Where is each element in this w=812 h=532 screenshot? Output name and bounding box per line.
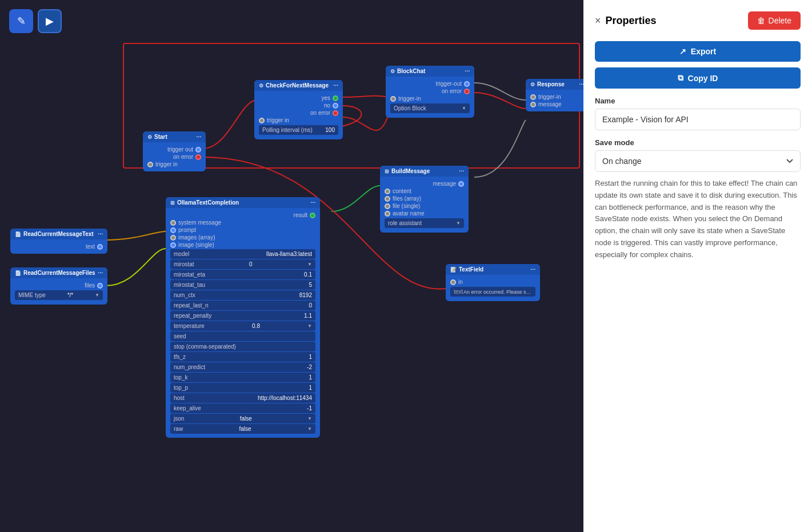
- response-node[interactable]: ⚙ Response ⋯ trigger-in message: [526, 79, 583, 111]
- ollama-field-keep-alive[interactable]: keep_alive -1: [170, 403, 315, 413]
- response-port-message: message: [530, 101, 583, 108]
- check-dot-trigger-in: [259, 118, 265, 123]
- name-input[interactable]: [595, 109, 801, 130]
- ollama-field-num-predict[interactable]: num_predict -2: [170, 362, 315, 372]
- build-msg-body: message content files (array) file (sing…: [380, 177, 469, 233]
- read-files-title: ReadCurrentMessageFiles: [23, 270, 95, 276]
- ollama-field-top-p[interactable]: top_p 1: [170, 383, 315, 393]
- close-button[interactable]: ×: [595, 15, 601, 27]
- text-field-value[interactable]: text An error occurred. Please spam the …: [450, 287, 535, 297]
- check-node[interactable]: ⚙ CheckForNextMessage ⋯ yes no on error …: [254, 80, 343, 139]
- ollama-field-host[interactable]: host http://localhost:11434: [170, 393, 315, 403]
- start-menu-icon[interactable]: ⋯: [196, 134, 201, 140]
- read-files-menu-icon[interactable]: ⋯: [98, 270, 103, 276]
- read-files-node[interactable]: 📄 ReadCurrentMessageFiles ⋯ files MIME t…: [10, 267, 107, 305]
- copyid-icon: ⧉: [678, 73, 683, 83]
- ollama-field-mirostat[interactable]: mirostat 0 ▼: [170, 259, 315, 269]
- blockchat-icon: ⚙: [390, 69, 395, 74]
- blockchat-node[interactable]: ⚙ BlockChat ⋯ trigger-out on error trigg…: [386, 66, 474, 118]
- build-msg-dot-file-single: [385, 203, 390, 209]
- response-port-trigger-in: trigger-in: [530, 93, 583, 101]
- start-dot-on-error: [195, 154, 201, 160]
- response-body: trigger-in message: [526, 90, 583, 111]
- panel-description: Restart the running chain for this to ta…: [595, 178, 801, 261]
- ollama-field-repeat-last-n[interactable]: repeat_last_n 0: [170, 301, 315, 310]
- ollama-field-repeat-penalty[interactable]: repeat_penalty 1.1: [170, 311, 315, 321]
- text-field-node[interactable]: 📝 TextField ⋯ in text An error occurred.…: [446, 264, 540, 301]
- read-msg-node[interactable]: 📄 ReadCurrentMessageText ⋯ text: [10, 229, 107, 254]
- text-field-menu-icon[interactable]: ⋯: [530, 267, 535, 273]
- properties-panel: × Properties 🗑 Delete ↗ Export ⧉ Copy ID…: [583, 0, 812, 532]
- canvas[interactable]: ✎ ▶ ⚙ Start ⋯: [0, 0, 583, 532]
- start-node[interactable]: ⚙ Start ⋯ trigger out on error trigger i…: [143, 131, 206, 171]
- ollama-field-mirostat-eta[interactable]: mirostat_eta 0.1: [170, 270, 315, 279]
- start-port-trigger-in: trigger in: [147, 161, 201, 168]
- read-files-field-mime[interactable]: MIME type */* ▼: [15, 290, 103, 300]
- delete-label: Delete: [769, 16, 791, 25]
- ollama-header: ⊞ OllamaTextCompletion ⋯: [166, 197, 320, 208]
- ollama-title: OllamaTextCompletion: [177, 199, 239, 206]
- text-field-title: TextField: [459, 266, 483, 273]
- build-msg-menu-icon[interactable]: ⋯: [459, 169, 464, 174]
- ollama-node[interactable]: ⊞ OllamaTextCompletion ⋯ result system m…: [166, 197, 320, 438]
- response-title: Response: [537, 81, 565, 87]
- build-msg-port-message: message: [385, 180, 464, 187]
- build-msg-node[interactable]: ⊞ BuildMessage ⋯ message content files (…: [380, 166, 469, 233]
- blockchat-menu-icon[interactable]: ⋯: [465, 69, 470, 74]
- ollama-field-raw[interactable]: raw false ▼: [170, 424, 315, 434]
- ollama-field-tfs-z[interactable]: tfs_z 1: [170, 352, 315, 362]
- ollama-field-model[interactable]: model llava-llama3:latest: [170, 249, 315, 259]
- text-field-port-in: in: [450, 278, 535, 286]
- check-menu-icon[interactable]: ⋯: [333, 83, 338, 89]
- ollama-field-stop[interactable]: stop (comma-separated): [170, 342, 315, 351]
- check-icon: ⚙: [259, 83, 263, 89]
- save-mode-label: Save mode: [595, 138, 801, 147]
- check-field-polling[interactable]: Polling interval (ms) 100: [259, 125, 338, 135]
- check-dot-yes: [333, 95, 338, 101]
- build-msg-header: ⊞ BuildMessage ⋯: [380, 166, 469, 177]
- read-msg-body: text: [10, 239, 107, 254]
- blockchat-header: ⚙ BlockChat ⋯: [386, 66, 474, 77]
- response-menu-icon[interactable]: ⋯: [579, 82, 583, 87]
- ollama-field-seed[interactable]: seed: [170, 331, 315, 341]
- read-files-header: 📄 ReadCurrentMessageFiles ⋯: [10, 267, 107, 278]
- delete-icon: 🗑: [757, 16, 765, 25]
- build-msg-port-files-array: files (array): [385, 195, 464, 202]
- response-dot-message: [530, 102, 536, 107]
- delete-button[interactable]: 🗑 Delete: [748, 11, 801, 30]
- blockchat-dot-trigger-out: [464, 81, 470, 87]
- panel-title: × Properties: [595, 15, 657, 27]
- read-msg-dot-text: [97, 244, 103, 250]
- blockchat-port-trigger-in: trigger-in: [390, 95, 470, 102]
- export-label: Export: [691, 47, 716, 56]
- ollama-port-images-array: images (array): [170, 234, 315, 241]
- ollama-menu-icon[interactable]: ⋯: [310, 200, 315, 206]
- export-button[interactable]: ↗ Export: [595, 41, 801, 62]
- blockchat-dot-trigger-in: [390, 96, 396, 102]
- check-dot-on-error: [333, 110, 338, 116]
- check-port-yes: yes: [259, 94, 338, 102]
- build-msg-dot-content: [385, 189, 390, 194]
- text-field-header: 📝 TextField ⋯: [446, 264, 540, 275]
- build-msg-title: BuildMessage: [391, 168, 430, 174]
- text-field-icon: 📝: [450, 267, 457, 273]
- play-button[interactable]: ▶: [38, 9, 62, 33]
- copyid-button[interactable]: ⧉ Copy ID: [595, 67, 801, 89]
- response-dot-trigger-in: [530, 94, 536, 100]
- blockchat-title: BlockChat: [397, 68, 425, 74]
- copyid-label: Copy ID: [688, 74, 718, 83]
- read-files-port-files: files: [15, 282, 103, 289]
- ollama-field-top-k[interactable]: top_k 1: [170, 373, 315, 382]
- ollama-field-num-ctx[interactable]: num_ctx 8192: [170, 290, 315, 300]
- ollama-body: result system message prompt images (arr…: [166, 208, 320, 438]
- ollama-field-temperature[interactable]: temperature 0.8 ▼: [170, 321, 315, 331]
- build-msg-field-role[interactable]: role assistant ▼: [385, 218, 464, 228]
- blockchat-field-option[interactable]: Option Block ▼: [390, 103, 470, 113]
- edit-button[interactable]: ✎: [9, 9, 33, 33]
- read-msg-menu-icon[interactable]: ⋯: [98, 231, 103, 237]
- ollama-dot-system: [170, 220, 176, 226]
- save-mode-select[interactable]: On change On demand Always: [595, 150, 801, 172]
- check-title: CheckForNextMessage: [266, 82, 329, 89]
- ollama-field-mirostat-tau[interactable]: mirostat_tau 5: [170, 280, 315, 290]
- ollama-field-json[interactable]: json false ▼: [170, 414, 315, 423]
